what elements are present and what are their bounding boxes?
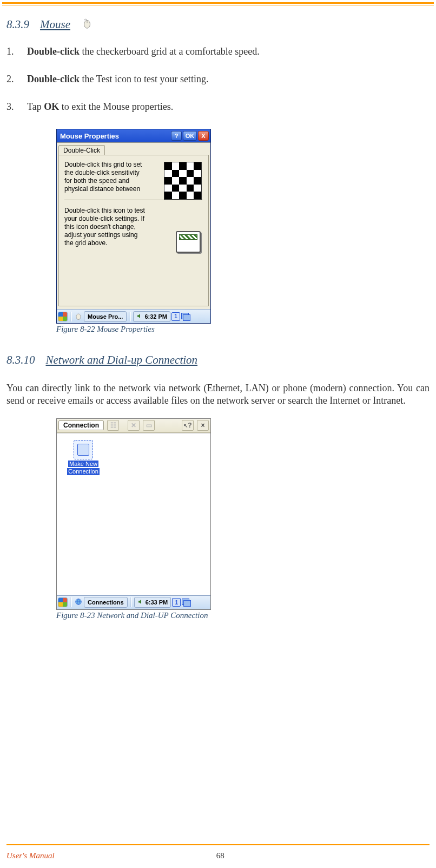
start-button[interactable] (58, 312, 68, 321)
windows-switcher-icon[interactable] (182, 599, 190, 606)
step-text: to exit the Mouse properties. (59, 101, 173, 112)
footer-rule (6, 844, 430, 845)
test-icon[interactable] (176, 231, 201, 253)
ok-button[interactable]: OK (183, 131, 197, 141)
window-title: Connection (58, 420, 104, 430)
icon-label-line1: Make New (68, 461, 98, 468)
keyboard-indicator[interactable]: 1 (172, 598, 181, 607)
svg-point-2 (76, 314, 81, 320)
tool-properties-icon[interactable]: ☷ (107, 420, 119, 431)
icon-label-line2: Connection (67, 468, 100, 475)
help-button[interactable]: ? (171, 131, 182, 141)
section-title: Mouse (40, 18, 70, 31)
start-button[interactable] (58, 597, 68, 607)
mouse-properties-window: Mouse Properties ? OK X Double-Click Dou… (56, 129, 211, 324)
toolbar: Connection ☷ ✕ ▭ ↖? × (57, 419, 210, 433)
titlebar: Mouse Properties ? OK X (57, 129, 210, 142)
clock-text: 6:33 PM (146, 599, 168, 606)
footer: User's Manual 68 (6, 851, 430, 860)
help-arrow-icon: ↖ (183, 423, 188, 429)
step-number: 2. (6, 74, 16, 85)
section-heading-network: 8.3.10 Network and Dial-up Connection (6, 353, 430, 367)
windows-switcher-icon[interactable] (181, 313, 190, 320)
step-bold: Double-click (27, 46, 80, 57)
step-bold: Double-click (27, 74, 80, 84)
section-title: Network and Dial-up Connection (46, 353, 198, 367)
volume-icon (137, 599, 144, 606)
close-button[interactable]: X (198, 131, 209, 141)
window-body: Make New Connection (57, 433, 210, 595)
step-1: 1. Double-click the checkerboard grid at… (6, 46, 430, 57)
checkerboard-grid[interactable] (164, 162, 202, 200)
figure-caption: Figure 8-22 Mouse Properties (56, 325, 430, 334)
footer-label: User's Manual (6, 851, 55, 860)
step-text: the Test icon to test your setting. (80, 74, 208, 84)
section-number: 8.3.10 (6, 353, 35, 367)
window-title: Mouse Properties (60, 132, 119, 140)
volume-icon (136, 313, 143, 320)
tab-double-click[interactable]: Double-Click (58, 145, 105, 155)
network-paragraph: You can directly link to the network via… (6, 382, 430, 407)
make-new-connection-item[interactable]: Make New Connection (64, 440, 102, 475)
keyboard-indicator[interactable]: 1 (171, 312, 180, 321)
taskbar: Mouse Pro... 6:32 PM 1 (57, 309, 210, 323)
mouse-icon (74, 312, 83, 321)
step-3: 3. Tap OK to exit the Mouse properties. (6, 101, 430, 113)
steps-list: 1. Double-click the checkerboard grid at… (6, 46, 430, 113)
step-number: 1. (6, 46, 16, 57)
tray-clock[interactable]: 6:33 PM (134, 597, 171, 608)
mouse-icon (81, 17, 93, 32)
globe-icon (74, 597, 83, 607)
tool-doc-icon[interactable]: ▭ (143, 420, 155, 431)
figure-caption: Figure 8-23 Network and Dial-UP Connecti… (56, 611, 430, 620)
tab-panel: Double-click this grid to set the double… (58, 155, 209, 306)
grid-instructions: Double-click this grid to set the double… (64, 161, 148, 193)
taskbar-app-button[interactable]: Connections (84, 597, 128, 608)
step-pre: Tap (27, 101, 44, 112)
page-number: 68 (216, 851, 224, 860)
step-text: the checkerboard grid at a comfortable s… (80, 46, 260, 57)
section-number: 8.3.9 (6, 18, 29, 31)
connection-window: Connection ☷ ✕ ▭ ↖? × Make New Connectio… (56, 418, 211, 610)
tray-clock[interactable]: 6:32 PM (133, 311, 170, 322)
taskbar: Connections 6:33 PM 1 (57, 595, 210, 609)
step-bold: OK (44, 101, 59, 112)
test-icon-instructions: Double-click this icon to test your doub… (64, 207, 148, 247)
taskbar-app-label: Connections (88, 599, 124, 606)
tab-strip: Double-Click (57, 143, 210, 155)
clock-text: 6:32 PM (144, 313, 167, 320)
divider (64, 200, 203, 200)
taskbar-app-label: Mouse Pro... (88, 313, 123, 320)
context-help-button[interactable]: ↖? (182, 420, 194, 431)
section-heading-mouse: 8.3.9 Mouse (6, 17, 430, 32)
tool-delete-icon[interactable]: ✕ (128, 420, 140, 431)
step-number: 3. (6, 101, 16, 113)
step-2: 2. Double-click the Test icon to test yo… (6, 74, 430, 85)
close-button[interactable]: × (197, 420, 209, 431)
taskbar-app-button[interactable]: Mouse Pro... (84, 311, 127, 322)
new-connection-icon (74, 440, 93, 459)
